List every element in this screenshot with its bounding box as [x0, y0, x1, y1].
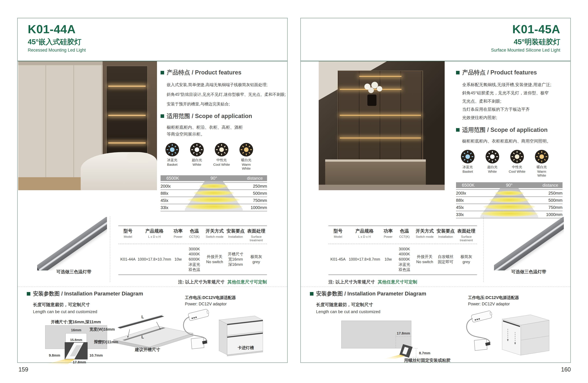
cct-icon: 中性光 Cool White: [212, 143, 231, 171]
page-number: 159: [19, 366, 28, 373]
model-title: K01-45A: [491, 22, 560, 36]
distance-value: 250mm: [253, 184, 267, 189]
lux-value: 200lx: [161, 184, 171, 189]
svg-text:17.8mm: 17.8mm: [397, 331, 410, 335]
subtitle-cn: 45°明装硅胶灯: [491, 37, 560, 47]
table-note: 注: 以上尺寸为常规尺寸 其他任意尺寸可定制: [328, 279, 417, 285]
distance-value: 500mm: [548, 198, 563, 203]
cell-switch: 外接开关No switch: [204, 254, 226, 264]
svg-text:宽度(W)16mm: 宽度(W)16mm: [89, 327, 115, 331]
scope-lines: 橱柜柜底柜内、柜沿、衣柜、高柜、酒柜等商业空间展示柜。: [167, 124, 287, 137]
cct-icon: 暖白光 Warm White: [237, 143, 255, 171]
product-photo: [18, 61, 157, 190]
table-header-cell: 安装要点 Installation: [226, 228, 246, 242]
features-lines: 嵌入式安装,简单便捷,高端无氧铜端子线极简灰铝面处理;斜角45°防炫目设计,见光…: [167, 82, 287, 107]
section-separator: [301, 287, 570, 287]
lux-value: 45lx: [456, 205, 464, 210]
catalog-spread: K01-44A 45°嵌入式硅胶灯 Recessed Mounting Led …: [0, 0, 588, 383]
svg-text:9.8mm: 9.8mm: [49, 353, 60, 357]
table-header-cell: 安装要点 Installation: [436, 228, 456, 242]
length-note: 长度可随意裁切，可定制尺寸 Length can be cut and cust…: [33, 302, 97, 314]
features-column: 产品特点 / Product features 嵌入式安装,简单便捷,高端无氧铜…: [161, 69, 287, 211]
profile-image: [494, 217, 564, 270]
table-header-row: 型号 Model 产品规格 L x D x H 功率 Power 色温 CCT(…: [328, 226, 477, 244]
feature-line: 安装于预开的槽里,与槽边完美贴合;: [167, 101, 287, 107]
sun-icon: [461, 150, 475, 163]
table-header-row: 型号 Model 产品规格 L x D x H 功率 Power 色温 CCT(…: [118, 226, 267, 244]
vase: [367, 95, 377, 106]
chart-header-bars: 6500K 90° distance: [161, 175, 267, 181]
glass-cabinet: [107, 66, 147, 157]
bullet-square-icon: [310, 292, 314, 296]
table-header-cell: 表面处理 Surface treatment: [246, 228, 267, 242]
island-top: [325, 159, 426, 162]
features-heading: 产品特点 / Product features: [456, 69, 564, 77]
table-header-cell: 产品规格 L x D x H: [348, 228, 381, 242]
adaptor-diagram: [464, 309, 495, 352]
power-note: 工作电压:DC12V电源适配器 Power: DC12V adaptor: [468, 295, 519, 306]
adaptor-diagram: [181, 308, 212, 351]
bullet-square-icon: [161, 71, 164, 75]
product-photo: [319, 61, 445, 190]
cell-model: K01-45A: [328, 257, 348, 262]
chart-row: 33lx 1000mm: [456, 211, 563, 218]
svg-text:深度(D)11mm: 深度(D)11mm: [94, 340, 118, 344]
scope-line: 橱柜柜底柜内、衣柜柜底柜内、商用空间照明。: [462, 138, 564, 144]
lux-value: 33lx: [161, 205, 168, 210]
svg-text:8.7mm: 8.7mm: [419, 351, 430, 355]
lux-value: 88lx: [161, 191, 168, 196]
spec-table: 型号 Model 产品规格 L x D x H 功率 Power 色温 CCT(…: [328, 226, 477, 275]
profile-image: [37, 217, 107, 270]
subtitle-cn: 45°嵌入式硅胶灯: [28, 37, 86, 47]
install-heading: 安装参数图 / Installation Parameter Diagram: [310, 290, 426, 297]
sun-icon: [215, 143, 229, 156]
cell-model: K01-44A: [118, 257, 138, 262]
surface-mount-diagram: 17.8mm 8.7mm: [338, 318, 439, 360]
kelvin-bar: 6500K: [161, 175, 185, 181]
page-right: K01-45A 45°明装硅胶灯 Surface Mounted Silicon…: [300, 18, 571, 363]
chart-row: 45lx 750mm: [161, 197, 267, 204]
screw-caption: 用螺丝钉固定安装或粘胶: [404, 358, 450, 363]
floor: [319, 185, 445, 190]
scope-lines: 橱柜柜底柜内、衣柜柜底柜内、商用空间照明。: [462, 138, 564, 144]
profile-endcap: [37, 266, 42, 270]
cct-icon: 暖白光 Warm White: [533, 150, 551, 177]
bullet-square-icon: [456, 71, 460, 75]
subtitle-en: Recessed Mounting Led Light: [28, 48, 86, 53]
sun-icon: [239, 143, 253, 156]
subtitle-en: Surface Mounted Silicone Led Light: [491, 48, 560, 53]
pillow: [126, 153, 150, 163]
chart-header-bars: 6500K 90° distance: [456, 182, 563, 188]
cell-cct: 3000K4000K6000K冰蓝光双色温: [185, 247, 204, 272]
power-note: 工作电压:DC12V电源适配器 Power: DC12V adaptor: [185, 295, 236, 306]
section-separator: [18, 287, 287, 287]
chart-row: 200lx 250mm: [456, 190, 563, 197]
cell-power: 10w: [171, 257, 185, 262]
lux-value: 88lx: [456, 198, 464, 203]
cell-installation: 开槽尺寸宽16mm深16mm: [226, 251, 246, 267]
feature-line: 斜角45°防炫目设计,见光不见灯,迷你型极窄、无光点、柔和不刺眼;: [167, 92, 287, 97]
sun-icon: [485, 150, 499, 163]
table-bottom-rule: [328, 274, 477, 275]
scope-line: 橱柜柜底柜内、柜沿、衣柜、高柜、酒柜: [167, 124, 287, 130]
svg-text:15.8mm: 15.8mm: [70, 338, 82, 342]
led-glow: [340, 137, 421, 138]
svg-text:16mm: 16mm: [71, 328, 81, 332]
table-header-cell: 型号 Model: [118, 228, 138, 242]
sun-icon: [510, 150, 524, 163]
install-heading: 安装参数图 / Installation Parameter Diagram: [27, 290, 143, 297]
features-column: 产品特点 / Product features 全系标配无氧铜线,无须开槽,安装…: [456, 69, 564, 218]
page-header: K01-45A 45°明装硅胶灯 Surface Mounted Silicon…: [491, 22, 560, 53]
table-header-cell: 色温 CCT(K): [395, 228, 414, 242]
cct-icon: 超白光 White: [188, 143, 206, 171]
feature-line: 当灯条应用在层板的下方于板边平齐: [462, 107, 564, 112]
page-number: 160: [552, 366, 571, 373]
table-header-cell: 开关方式 Switch mode: [414, 228, 436, 242]
feature-line: 光效便往柜内照射;: [462, 115, 564, 120]
distance-bar: distance: [243, 175, 267, 181]
chart-row: 88lx 500mm: [456, 197, 563, 204]
profile-caption: 可选做三色温灯带: [511, 269, 546, 275]
cell-surface: 极简灰grey: [456, 254, 477, 264]
chart-row: 45lx 750mm: [456, 204, 563, 211]
distance-chart: 6500K 90° distance 200lx 250mm 88lx: [161, 175, 267, 211]
